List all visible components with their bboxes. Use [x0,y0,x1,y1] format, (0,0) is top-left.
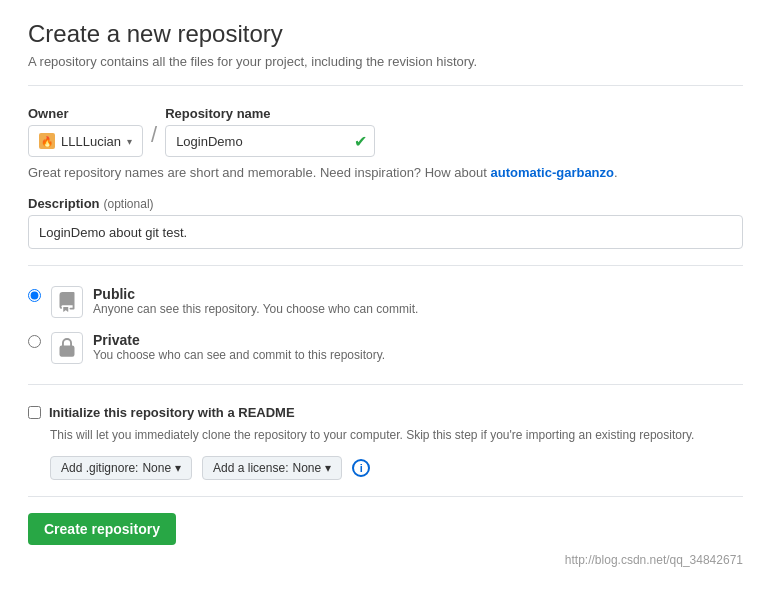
mid-divider-2 [28,384,743,385]
private-lock-icon [51,332,83,364]
gitignore-button[interactable]: Add .gitignore: None ▾ [50,456,192,480]
owner-label: Owner [28,106,143,121]
public-radio[interactable] [28,289,41,302]
info-icon[interactable]: i [352,459,370,477]
valid-check-icon: ✔ [354,132,367,151]
repo-name-input[interactable] [165,125,375,157]
owner-avatar-icon: 🔥 [39,133,55,149]
private-title: Private [93,332,385,348]
license-label: Add a license: [213,461,288,475]
initialize-label[interactable]: Initialize this repository with a README [49,405,295,420]
public-option: Public Anyone can see this repository. Y… [28,286,743,318]
bottom-divider [28,496,743,497]
license-button[interactable]: Add a license: None ▾ [202,456,342,480]
private-desc: You choose who can see and commit to thi… [93,348,385,362]
public-book-icon [51,286,83,318]
suggestion-prefix: Great repository names are short and mem… [28,165,487,180]
footer-link: http://blog.csdn.net/qq_34842671 [28,553,743,567]
suggestion-text: Great repository names are short and mem… [28,165,743,180]
suggestion-link[interactable]: automatic-garbanzo [490,165,614,180]
owner-dropdown[interactable]: 🔥 LLLLucian ▾ [28,125,143,157]
gitignore-label: Add .gitignore: [61,461,138,475]
gitignore-caret-icon: ▾ [175,461,181,475]
dropdown-caret-icon: ▾ [127,136,132,147]
private-radio-text: Private You choose who can see and commi… [93,332,385,362]
addon-row: Add .gitignore: None ▾ Add a license: No… [50,456,743,480]
private-radio[interactable] [28,335,41,348]
license-value: None [292,461,321,475]
initialize-checkbox[interactable] [28,406,41,419]
mid-divider-1 [28,265,743,266]
public-radio-text: Public Anyone can see this repository. Y… [93,286,418,316]
page-subtitle: A repository contains all the files for … [28,54,743,69]
top-divider [28,85,743,86]
description-input[interactable] [28,215,743,249]
separator: / [151,119,157,151]
public-title: Public [93,286,418,302]
page-title: Create a new repository [28,20,743,48]
public-desc: Anyone can see this repository. You choo… [93,302,418,316]
gitignore-value: None [142,461,171,475]
owner-name: LLLLucian [61,134,121,149]
license-caret-icon: ▾ [325,461,331,475]
initialize-row: Initialize this repository with a README [28,405,743,420]
private-option: Private You choose who can see and commi… [28,332,743,364]
initialize-desc: This will let you immediately clone the … [50,426,743,444]
create-repository-button[interactable]: Create repository [28,513,176,545]
description-label: Description(optional) [28,196,743,211]
repo-name-label: Repository name [165,106,375,121]
